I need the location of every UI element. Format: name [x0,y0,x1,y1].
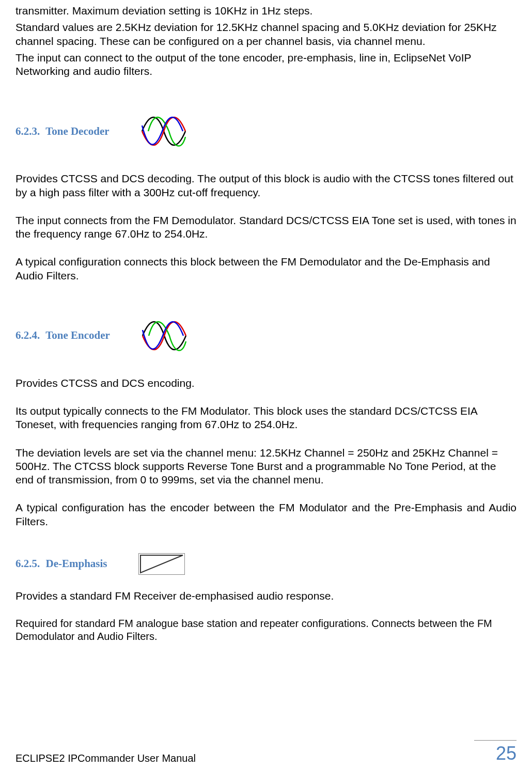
section-heading-tone-encoder: 6.2.4. Tone Encoder [15,316,517,356]
body-paragraph: Required for standard FM analogue base s… [15,617,517,643]
body-paragraph: The input connects from the FM Demodulat… [15,214,517,241]
triangle-icon [138,553,185,575]
footer-rule [474,740,517,741]
footer-page-number: 25 [496,743,517,764]
body-paragraph: Its output typically connects to the FM … [15,404,517,432]
heading-title: Tone Encoder [45,329,110,341]
heading-number: 6.2.5. [15,557,40,570]
body-paragraph: A typical configuration has the encoder … [15,501,517,528]
footer-doc-title: ECLIPSE2 IPCommander User Manual [15,752,196,764]
body-paragraph: The deviation levels are set via the cha… [15,446,517,487]
body-paragraph: Provides CTCSS and DCS decoding. The out… [15,172,517,199]
section-heading-tone-decoder: 6.2.3. Tone Decoder [15,111,517,151]
heading-number: 6.2.3. [15,125,40,137]
intro-paragraph-3: The input can connect to the output of t… [15,51,517,79]
heading-text: 6.2.4. Tone Encoder [15,329,110,342]
page-footer: ECLIPSE2 IPCommander User Manual 25 [15,743,517,764]
intro-paragraph-1: transmitter. Maximum deviation setting i… [15,4,517,18]
heading-title: Tone Decoder [45,125,109,137]
body-paragraph: A typical configuration connects this bl… [15,255,517,283]
body-paragraph: Provides a standard FM Receiver de-empha… [15,589,517,603]
heading-title: De-Emphasis [46,557,107,570]
sine-icon [141,316,187,356]
sine-icon [140,111,187,151]
heading-text: 6.2.3. Tone Decoder [15,125,109,138]
body-paragraph: Provides CTCSS and DCS encoding. [15,377,517,390]
section-heading-de-emphasis: 6.2.5. De-Emphasis [15,553,517,575]
page-content: transmitter. Maximum deviation setting i… [15,0,517,643]
intro-paragraph-2: Standard values are 2.5KHz deviation for… [15,21,517,48]
heading-text: 6.2.5. De-Emphasis [15,557,107,570]
heading-number: 6.2.4. [15,329,40,341]
